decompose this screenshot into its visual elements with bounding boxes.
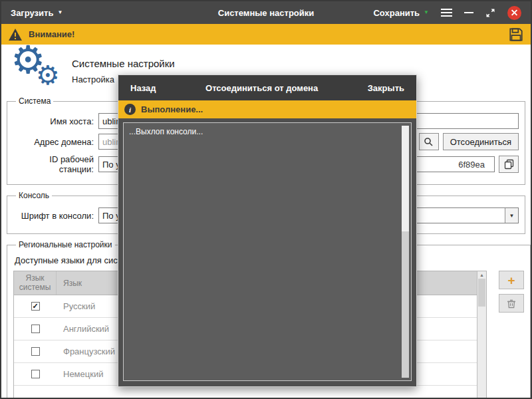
back-button[interactable]: Назад (130, 83, 156, 93)
plus-icon: + (507, 274, 515, 287)
language-checkbox[interactable] (31, 347, 40, 356)
system-legend: Система (16, 96, 53, 106)
search-domain-button[interactable] (419, 133, 439, 150)
system-language-cell (14, 370, 57, 378)
language-checkbox[interactable]: ✓ (31, 302, 40, 311)
warning-bar: Внимание! (1, 24, 531, 45)
domain-label: Адрес домена: (13, 137, 98, 147)
search-icon (424, 137, 434, 147)
info-icon: i (124, 104, 136, 115)
warning-text: Внимание! (29, 29, 74, 39)
system-language-cell (14, 347, 57, 356)
warning-icon (8, 28, 23, 41)
save-file-button[interactable] (508, 27, 524, 43)
hostname-label: Имя хоста: (13, 116, 98, 126)
trash-icon (507, 299, 516, 309)
column-header-system-language: Язык системы (14, 271, 57, 295)
save-menu-button[interactable]: Сохранить ▼ (373, 8, 429, 18)
maximize-button[interactable] (485, 8, 495, 18)
load-menu-button[interactable]: Загрузить ▼ (1, 8, 63, 18)
chevron-down-icon: ▼ (57, 10, 63, 15)
chevron-down-icon: ▼ (424, 10, 429, 15)
language-checkbox[interactable] (31, 370, 40, 378)
expand-icon (485, 8, 495, 18)
save-disk-icon (508, 27, 524, 43)
console-legend: Консоль (16, 191, 52, 200)
station-id-value-tail: 6f89ea (458, 160, 485, 170)
console-output-text: ...Выхлоп консоли... (129, 127, 203, 136)
scroll-down-icon[interactable]: ▼ (479, 396, 484, 398)
load-menu-label: Загрузить (11, 8, 53, 18)
dialog-status-bar: i Выполнение... (118, 100, 416, 118)
scroll-up-icon[interactable]: ▲ (479, 272, 484, 279)
system-language-cell (14, 325, 57, 333)
disconnect-button[interactable]: Отсоединиться (443, 133, 519, 150)
progress-dialog: Назад Отсоединиться от домена Закрыть i … (118, 74, 417, 387)
app-window: Системные настройки Загрузить ▼ Сохранит… (0, 0, 532, 399)
console-scrollbar[interactable] (402, 126, 409, 378)
close-button[interactable] (507, 6, 521, 20)
table-scrollbar[interactable]: ▲ ▼ (477, 271, 486, 398)
copy-id-button[interactable] (499, 156, 519, 173)
chevron-down-icon[interactable]: ▼ (505, 208, 518, 223)
console-font-label: Шрифт в консоли: (13, 211, 98, 221)
dialog-close-button[interactable]: Закрыть (368, 83, 404, 93)
minimize-button[interactable] (464, 12, 473, 13)
gears-icon: ⚙ ⚙ (9, 50, 72, 94)
dialog-status-text: Выполнение... (141, 104, 203, 114)
delete-language-button[interactable] (499, 294, 524, 313)
titlebar: Системные настройки Загрузить ▼ Сохранит… (1, 1, 531, 24)
add-language-button[interactable]: + (499, 271, 524, 289)
scrollbar-thumb[interactable] (478, 279, 485, 307)
save-menu-label: Сохранить (373, 8, 420, 18)
regional-legend: Региональные настройки (16, 240, 115, 249)
menu-icon[interactable] (441, 9, 452, 17)
disconnect-domain-button[interactable]: Отсоединиться от домена (205, 83, 318, 93)
copy-icon (504, 159, 514, 170)
system-language-cell: ✓ (14, 302, 57, 311)
language-checkbox[interactable] (31, 325, 40, 333)
console-scrollbar-thumb[interactable] (402, 126, 409, 231)
console-output: ...Выхлоп консоли... (123, 122, 412, 381)
dialog-header: Назад Отсоединиться от домена Закрыть (118, 75, 416, 100)
page-title: Системные настройки (72, 58, 175, 69)
station-id-label: ID рабочей станции: (13, 154, 98, 174)
